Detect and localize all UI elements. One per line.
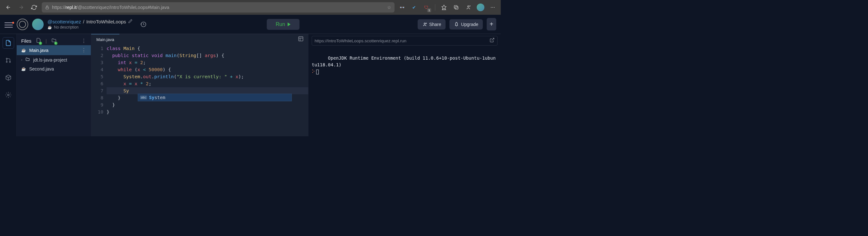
more-icon[interactable]: ⋯: [488, 3, 498, 12]
svg-point-4: [424, 23, 425, 24]
open-external-icon[interactable]: [490, 37, 495, 44]
url-text: https://repl.it/@scottenriquez/IntroToWh…: [52, 5, 384, 10]
code-editor[interactable]: 12345678910 class Main { public static v…: [91, 45, 308, 115]
side-rail: [0, 34, 17, 136]
badge: 1: [427, 8, 431, 12]
back-button[interactable]: [3, 2, 13, 12]
editor-layout-button[interactable]: [298, 36, 308, 43]
chevron-right-icon: ›: [21, 58, 22, 62]
svg-point-6: [9, 61, 10, 62]
packages-rail-button[interactable]: [3, 72, 14, 83]
refresh-button[interactable]: [29, 2, 39, 12]
output-url-bar: [312, 36, 498, 45]
profile-avatar[interactable]: [476, 3, 485, 12]
upgrade-button[interactable]: Upgrade: [450, 19, 483, 30]
collections-icon[interactable]: [451, 3, 461, 12]
files-more-button[interactable]: ⋮: [81, 38, 86, 44]
project-name: IntroToWhileLoops: [86, 19, 126, 24]
divider: [435, 4, 435, 10]
new-button[interactable]: +: [487, 18, 496, 30]
rocket-icon: [454, 22, 459, 27]
console-prompt: ⠕: [312, 69, 315, 74]
owner-link[interactable]: @scottenriquez: [48, 19, 81, 24]
new-folder-button[interactable]: +: [51, 38, 57, 44]
output-url-input[interactable]: [315, 38, 488, 43]
svg-rect-2: [455, 6, 458, 9]
code-content: class Main { public static void main(Str…: [106, 45, 308, 115]
folder-icon: [25, 57, 30, 63]
output-panel: OpenJDK Runtime Environment (build 11.0.…: [308, 34, 501, 136]
file-item-folder[interactable]: › jdt.ls-java-project: [17, 55, 91, 64]
tab-main[interactable]: Main.java: [91, 34, 119, 45]
edit-icon[interactable]: [128, 19, 132, 24]
main-area: Files + | + ⋮ ☕ Main.java ⋮ › jdt.ls-jav…: [0, 34, 501, 136]
replit-logo[interactable]: [17, 19, 28, 30]
svg-point-3: [468, 6, 469, 7]
cursor-icon: [316, 70, 319, 74]
editor-panel: Main.java 12345678910 class Main { publi…: [91, 34, 308, 136]
svg-point-8: [7, 94, 9, 96]
lock-icon: [45, 5, 50, 10]
run-button[interactable]: Run: [267, 19, 300, 30]
file-item-main[interactable]: ☕ Main.java ⋮: [17, 45, 91, 55]
play-icon: [288, 23, 290, 26]
url-bar[interactable]: https://repl.it/@scottenriquez/IntroToWh…: [42, 2, 395, 12]
history-button[interactable]: [138, 19, 149, 30]
browser-toolbar: https://repl.it/@scottenriquez/IntroToWh…: [0, 0, 501, 15]
owner-avatar[interactable]: [32, 19, 44, 30]
java-icon: ☕: [48, 25, 52, 30]
java-file-icon: ☕: [21, 67, 26, 71]
extension-icon-2[interactable]: ✔: [409, 3, 419, 12]
extension-icon-1[interactable]: 👓: [397, 3, 407, 12]
svg-point-7: [6, 61, 7, 62]
java-file-icon: ☕: [21, 48, 26, 53]
hamburger-menu[interactable]: [4, 21, 13, 28]
file-more-button[interactable]: ⋮: [81, 47, 86, 53]
extension-icon-3[interactable]: 🛡1: [422, 3, 431, 12]
console-output[interactable]: OpenJDK Runtime Environment (build 11.0.…: [312, 48, 498, 82]
svg-rect-1: [454, 5, 457, 8]
favorites-icon[interactable]: [439, 3, 449, 12]
favorite-icon[interactable]: ☆: [387, 5, 391, 10]
app-header: @scottenriquez/IntroToWhileLoops ☕ No de…: [0, 15, 501, 34]
version-rail-button[interactable]: [3, 55, 14, 66]
autocomplete-kind-icon: abc: [140, 96, 147, 99]
settings-rail-button[interactable]: [3, 89, 14, 101]
file-item-second[interactable]: ☕ Second.java: [17, 64, 91, 73]
gutter: 12345678910: [91, 45, 106, 115]
share-button[interactable]: Share: [417, 19, 445, 30]
svg-rect-0: [46, 7, 49, 9]
forward-button[interactable]: [16, 2, 26, 12]
files-title: Files: [21, 38, 31, 44]
svg-rect-9: [299, 37, 303, 41]
new-file-button[interactable]: +: [36, 38, 41, 44]
description: No description: [54, 25, 79, 30]
tab-bar: Main.java: [91, 34, 308, 45]
files-rail-button[interactable]: [3, 37, 14, 49]
breadcrumb: @scottenriquez/IntroToWhileLoops ☕ No de…: [48, 19, 132, 30]
svg-point-5: [6, 58, 7, 59]
files-panel: Files + | + ⋮ ☕ Main.java ⋮ › jdt.ls-jav…: [17, 34, 91, 136]
profile-icon[interactable]: [464, 3, 473, 12]
autocomplete-popup[interactable]: abc System: [138, 94, 292, 101]
person-add-icon: [422, 22, 427, 27]
